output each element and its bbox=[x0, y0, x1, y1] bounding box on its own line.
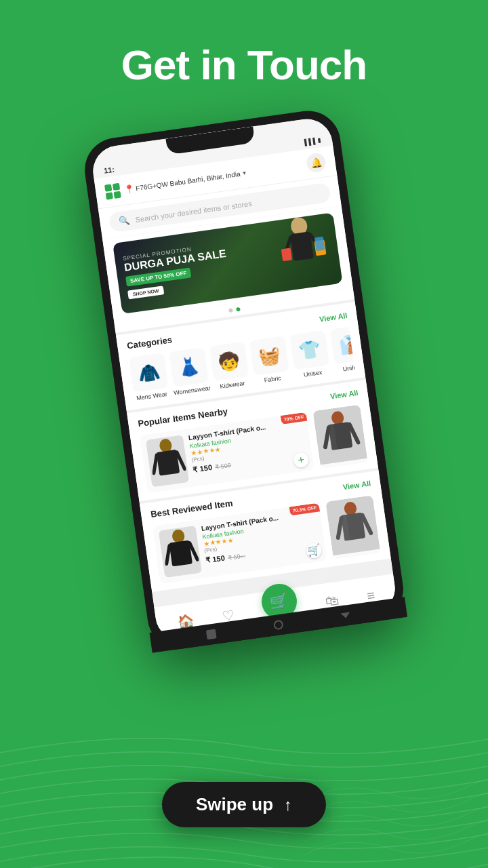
category-mens-wear[interactable]: 🧥 Mens Wear bbox=[129, 353, 170, 402]
location-pin-icon: 📍 bbox=[123, 184, 135, 195]
best-reviewed-product-1-original-price: ₹ 50... bbox=[228, 552, 246, 561]
best-reviewed-product-1-image bbox=[159, 526, 202, 578]
svg-line-14 bbox=[323, 427, 331, 447]
best-reviewed-product-2-image bbox=[325, 495, 380, 555]
status-time: 11: bbox=[103, 165, 115, 175]
best-reviewed-product-1-add-button[interactable]: 🛒 bbox=[306, 542, 323, 559]
back-icon bbox=[206, 629, 217, 639]
uniform-icon: 👔 bbox=[330, 327, 355, 364]
categories-view-all[interactable]: View All bbox=[319, 311, 348, 323]
banner-image bbox=[272, 222, 333, 283]
category-kidswear[interactable]: 🧒 Kidswear bbox=[209, 341, 251, 391]
svg-rect-4 bbox=[281, 248, 292, 262]
dot-1 bbox=[228, 308, 233, 313]
svg-rect-6 bbox=[314, 237, 325, 252]
popular-product-1-price: ₹ 150 bbox=[192, 463, 213, 474]
battery-icon: ▮ bbox=[317, 137, 321, 144]
category-unisex[interactable]: 👕 Unisex bbox=[289, 330, 331, 380]
kidswear-label: Kidswear bbox=[220, 380, 245, 391]
search-placeholder: Search your desired items or stores bbox=[135, 199, 253, 223]
womens-wear-label: Womenswear bbox=[174, 384, 211, 397]
unisex-label: Unisex bbox=[303, 369, 323, 379]
location-dropdown-icon: ▼ bbox=[241, 170, 247, 176]
swipe-up-button[interactable]: Swipe up ↑ bbox=[162, 782, 326, 827]
signal-icon: ▐▐▐ bbox=[302, 138, 315, 146]
shop-now-button[interactable]: SHOP NOW bbox=[127, 285, 164, 299]
categories-title: Categories bbox=[126, 334, 173, 351]
mens-wear-label: Mens Wear bbox=[136, 391, 168, 402]
popular-product-2[interactable] bbox=[312, 404, 367, 469]
location-text: F76G+QW Babu Barhi, Bihar, India bbox=[135, 170, 241, 192]
grid-icon[interactable] bbox=[104, 183, 121, 200]
best-reviewed-product-1-price: ₹ 150 bbox=[205, 553, 226, 564]
popular-product-1-original-price: ₹ 500 bbox=[215, 462, 232, 471]
womens-wear-icon: 👗 bbox=[169, 347, 209, 387]
best-reviewed-product-2[interactable] bbox=[325, 495, 380, 559]
popular-items-view-all[interactable]: View All bbox=[329, 389, 359, 401]
status-icons: ▐▐▐ ▮ bbox=[302, 137, 321, 146]
home-circle-icon bbox=[273, 620, 284, 631]
fabric-label: Fabric bbox=[264, 374, 281, 384]
search-icon: 🔍 bbox=[119, 215, 131, 226]
category-fabric[interactable]: 🧺 Fabric bbox=[249, 336, 291, 385]
mens-wear-icon: 🧥 bbox=[129, 353, 169, 393]
notification-bell-icon[interactable]: 🔔 bbox=[306, 152, 327, 174]
dot-2 bbox=[236, 307, 241, 312]
category-womens-wear[interactable]: 👗 Womenswear bbox=[169, 347, 210, 397]
page-title: Get in Touch bbox=[0, 41, 488, 89]
svg-line-23 bbox=[335, 518, 344, 538]
popular-product-1-discount: 70% OFF bbox=[281, 412, 307, 425]
popular-product-2-image bbox=[312, 404, 367, 465]
kidswear-icon: 🧒 bbox=[209, 341, 249, 381]
category-uniform[interactable]: 👔 Unifor... bbox=[330, 327, 355, 374]
swipe-up-label: Swipe up bbox=[196, 794, 273, 815]
uniform-label: Unifor... bbox=[342, 363, 355, 373]
recent-apps-icon bbox=[340, 612, 350, 619]
fabric-icon: 🧺 bbox=[249, 336, 289, 376]
unisex-icon: 👕 bbox=[289, 330, 329, 370]
best-reviewed-view-all[interactable]: View All bbox=[342, 479, 371, 492]
popular-product-1-image bbox=[146, 435, 189, 487]
swipe-up-arrow-icon: ↑ bbox=[284, 795, 292, 814]
